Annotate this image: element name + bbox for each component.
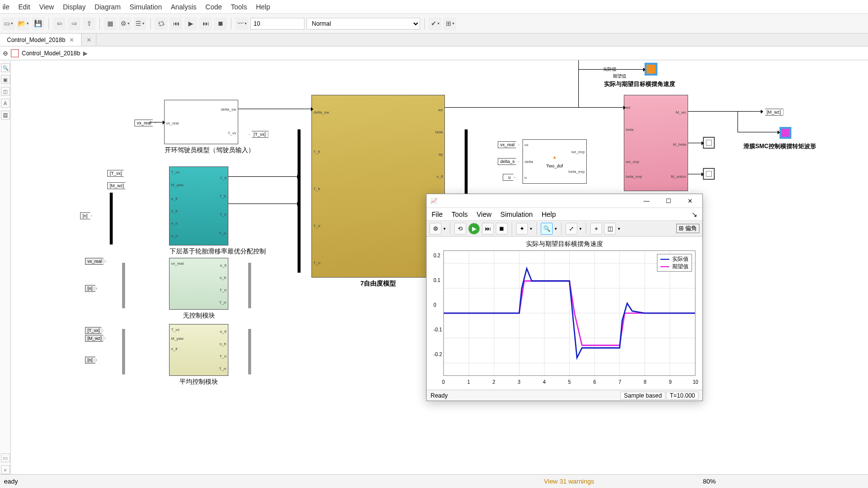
- scope-zoom-icon[interactable]: 🔍: [541, 223, 553, 235]
- p: T_rr: [313, 261, 321, 265]
- scope-mbeta[interactable]: [703, 137, 715, 149]
- fastrestart-button[interactable]: ⮔: [155, 17, 168, 30]
- scope-titlebar[interactable]: 📈 — ☐ ✕: [427, 194, 702, 208]
- twodof-block[interactable]: vx delta u wz_exp beta_exp Two_dof ▲: [522, 139, 587, 184]
- from-delta-s[interactable]: delta_s: [498, 158, 519, 165]
- scope-smc[interactable]: [780, 127, 791, 139]
- stepfwd-button[interactable]: ⏭: [199, 17, 212, 30]
- driver-block[interactable]: vx_real delta_sw T_vx 开环驾驶员模型（驾驶员输入）: [164, 100, 238, 144]
- signal-button[interactable]: 〰: [235, 17, 248, 30]
- avgctl-block[interactable]: T_vx M_yaw n_fl n_fl n_fr T_rl T_rr 平均控制…: [169, 324, 228, 376]
- record-icon[interactable]: ▭: [1, 453, 10, 462]
- scope-menu-sim[interactable]: Simulation: [500, 210, 532, 218]
- menu-edit[interactable]: Edit: [18, 3, 30, 11]
- menu-simulation[interactable]: Simulation: [130, 3, 162, 11]
- scope-side-label[interactable]: ⊞ 偏角: [676, 224, 699, 233]
- library-button[interactable]: ▦: [104, 17, 117, 30]
- goto-m-wz[interactable]: [M_wz]: [762, 109, 783, 116]
- menu-file[interactable]: ile: [2, 3, 9, 11]
- diagram-canvas[interactable]: vx_real [T_vx] vx_real delta_sw T_vx 开环驾…: [11, 60, 868, 474]
- scope-menu-view[interactable]: View: [477, 210, 491, 218]
- from-u[interactable]: u: [503, 174, 515, 181]
- goto-t-vx[interactable]: [T_vx]: [249, 131, 268, 138]
- new-button[interactable]: ▭: [2, 17, 15, 30]
- tire-block[interactable]: T_vx M_yaw n_fl n_fr n_rl n_rr T_fl T_fr…: [169, 166, 228, 245]
- scope-menu-more-icon[interactable]: ↘: [692, 210, 697, 218]
- scope-measure-icon[interactable]: ◫: [604, 223, 616, 235]
- log-button[interactable]: ☰: [133, 17, 146, 30]
- scope-plot-area[interactable]: 实际与期望目标横摆角速度: [427, 237, 702, 390]
- menu-diagram[interactable]: Diagram: [94, 3, 121, 11]
- status-warnings[interactable]: View 31 warnings: [544, 478, 594, 485]
- check-button[interactable]: ✔: [429, 17, 441, 30]
- maximize-button[interactable]: ☐: [658, 196, 679, 206]
- scope-stop-icon[interactable]: ⏹: [496, 223, 508, 235]
- from-n-g[interactable]: [n]: [85, 285, 97, 292]
- fit-icon[interactable]: ▣: [1, 75, 10, 84]
- scope-autoscale-icon[interactable]: ⤢: [565, 223, 577, 235]
- scope-munion[interactable]: [703, 168, 715, 180]
- image-icon[interactable]: 🖼: [1, 111, 10, 120]
- forward-button[interactable]: ⇨: [68, 17, 81, 30]
- close-tab-icon[interactable]: ✕: [69, 37, 74, 43]
- annot-icon[interactable]: A: [1, 99, 10, 108]
- from-n-g2[interactable]: [n]: [85, 357, 97, 364]
- scope-menu-help[interactable]: Help: [542, 210, 556, 218]
- menu-display[interactable]: Display: [63, 3, 86, 11]
- noctl-block[interactable]: vx_real n_fl n_fr T_rl T_rr 无控制模块: [169, 258, 228, 310]
- minimize-button[interactable]: —: [636, 196, 657, 206]
- close-button[interactable]: ✕: [680, 196, 700, 206]
- schedule-button[interactable]: ⊞: [443, 17, 456, 30]
- model-tab[interactable]: Control_Model_2018b ✕: [0, 34, 82, 46]
- run-button[interactable]: ▶: [184, 17, 197, 30]
- scope-restart-icon[interactable]: ⟲: [454, 223, 466, 235]
- demux-n[interactable]: [110, 193, 113, 244]
- menu-help[interactable]: Help: [256, 3, 270, 11]
- expand-icon[interactable]: »: [1, 465, 10, 474]
- stoptime-input[interactable]: [250, 18, 304, 30]
- from-m-wz-g[interactable]: [M_wz]: [85, 335, 106, 342]
- zoom-icon[interactable]: 🔍: [1, 63, 10, 72]
- status-zoom[interactable]: 80%: [703, 478, 716, 485]
- scope-step-icon[interactable]: ⏭: [482, 223, 494, 235]
- scope-config-icon[interactable]: ⚙: [430, 223, 441, 235]
- from-t-vx-g[interactable]: [T_vx]: [85, 327, 104, 334]
- open-button[interactable]: 📂: [17, 17, 30, 30]
- demux-g1[interactable]: [122, 263, 125, 308]
- scope-highlight-icon[interactable]: ✦: [516, 223, 528, 235]
- up-button[interactable]: ⇧: [83, 17, 95, 30]
- new-tab-button[interactable]: ✕: [82, 34, 96, 46]
- from-vx-real[interactable]: vx_real: [134, 120, 156, 126]
- scope-window[interactable]: 📈 — ☐ ✕ File Tools View Simulation Help …: [426, 194, 703, 401]
- breadcrumb-root[interactable]: Control_Model_2018b: [22, 50, 80, 57]
- scope-cursor-icon[interactable]: ⌖: [590, 223, 602, 235]
- demux-g2[interactable]: [122, 329, 125, 374]
- menu-code[interactable]: Code: [206, 3, 222, 11]
- stepback-button[interactable]: ⏮: [170, 17, 182, 30]
- config-button[interactable]: ⚙: [119, 17, 131, 30]
- nav-icon[interactable]: ◫: [1, 87, 10, 96]
- simmode-select[interactable]: Normal: [306, 18, 420, 30]
- breadcrumb-arrow-icon[interactable]: ▶: [83, 50, 87, 57]
- scope-menu-tools[interactable]: Tools: [452, 210, 468, 218]
- scope-menu-file[interactable]: File: [432, 210, 443, 218]
- from-m-wz[interactable]: [M_wz]: [107, 182, 129, 189]
- scope-run-icon[interactable]: ▶: [468, 223, 480, 235]
- mux-g2[interactable]: [248, 329, 251, 374]
- smc-block[interactable]: wz beta wz_exp beta_exp M_wz M_beta M_un…: [624, 95, 688, 191]
- back-button[interactable]: ⇦: [53, 17, 66, 30]
- from-n[interactable]: [n]: [80, 212, 92, 219]
- from-vx-real-g[interactable]: vx_real: [85, 258, 106, 265]
- scope-yaw[interactable]: [645, 63, 657, 76]
- save-button[interactable]: 💾: [32, 17, 44, 30]
- mux-7dof-in[interactable]: [298, 129, 301, 273]
- menu-view[interactable]: View: [39, 3, 54, 11]
- from-vx-real-2[interactable]: vx_real: [498, 141, 519, 148]
- hide-explorer-icon[interactable]: ⊖: [3, 50, 8, 57]
- menu-tools[interactable]: Tools: [231, 3, 247, 11]
- menu-analysis[interactable]: Analysis: [171, 3, 196, 11]
- stop-button[interactable]: ⏹: [214, 17, 227, 30]
- from-t-vx[interactable]: [T_vx]: [107, 170, 127, 177]
- mux-g1[interactable]: [248, 263, 251, 308]
- dof7-block[interactable]: delta_sw T_fl T_fr T_rl T_rr wz beta ay …: [311, 95, 445, 278]
